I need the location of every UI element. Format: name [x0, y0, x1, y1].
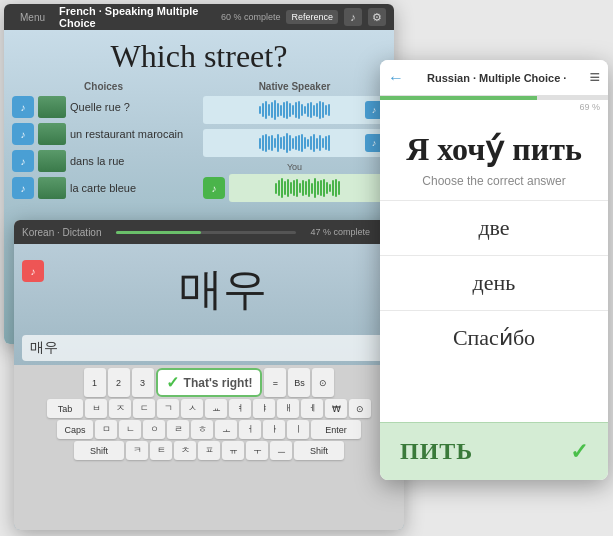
key-shift-right[interactable]: Shift — [294, 441, 344, 460]
key-bo[interactable]: ㅗ — [215, 420, 237, 439]
russian-menu-btn[interactable]: ≡ — [589, 67, 600, 88]
key-be[interactable]: ㅔ — [301, 399, 323, 418]
waveform-bars-1 — [255, 96, 334, 124]
native-header: Native Speaker — [203, 81, 386, 92]
key-circle-2[interactable]: ⊙ — [349, 399, 371, 418]
key-bs[interactable]: Bs — [288, 368, 310, 397]
key-bh[interactable]: ㅎ — [191, 420, 213, 439]
key-circle-1[interactable]: ⊙ — [312, 368, 334, 397]
russian-back-btn[interactable]: ← — [388, 69, 404, 87]
keyboard-row-1: Tab ㅂ ㅈ ㄷ ㄱ ㅅ ㅛ ㅕ ㅑ ㅐ ㅔ ₩ ⊙ — [17, 399, 401, 418]
french-settings-btn[interactable]: ⚙ — [368, 8, 386, 26]
korean-titlebar: Korean · Dictation 47 % complete Ref — [14, 220, 404, 244]
keyboard-row-0: 1 2 3 ✓ That's right! = Bs ⊙ — [17, 368, 401, 397]
choice-4-image — [38, 177, 66, 199]
korean-progress-label: 47 % complete — [310, 227, 370, 237]
key-3[interactable]: 3 — [132, 368, 154, 397]
key-bp[interactable]: ㅂ — [85, 399, 107, 418]
key-bk[interactable]: ㅋ — [126, 441, 148, 460]
french-menu-btn[interactable]: Menu — [12, 4, 53, 30]
key-bya[interactable]: ㅑ — [253, 399, 275, 418]
french-title: French · Speaking Multiple Choice — [59, 5, 215, 29]
you-speaker[interactable]: ♪ — [203, 177, 225, 199]
russian-answer-row: ПИТЬ ✓ — [380, 422, 608, 480]
choice-2-speaker[interactable]: ♪ — [12, 123, 34, 145]
russian-choice-3[interactable]: Спаси́бо — [380, 310, 608, 365]
russian-choice-1[interactable]: две — [380, 200, 608, 255]
french-progress-label: 60 % complete — [221, 12, 281, 22]
key-bph[interactable]: ㅍ — [198, 441, 220, 460]
french-reference-btn[interactable]: Reference — [286, 10, 338, 24]
french-native-col: Native Speaker ♪ ♪ — [203, 81, 386, 204]
key-byu[interactable]: ㅠ — [222, 441, 244, 460]
key-shift-left[interactable]: Shift — [74, 441, 124, 460]
you-label: You — [203, 162, 386, 172]
choice-2-text: un restaurant marocain — [70, 128, 195, 140]
korean-content: ♪ 매우 매우 1 2 3 ✓ That's right! = Bs ⊙ Tab… — [14, 244, 404, 530]
korean-window: Korean · Dictation 47 % complete Ref ♪ 매… — [14, 220, 404, 530]
choice-3-speaker[interactable]: ♪ — [12, 150, 34, 172]
key-bi[interactable]: ㅣ — [287, 420, 309, 439]
key-byeo[interactable]: ㅕ — [229, 399, 251, 418]
french-volume-btn[interactable]: ♪ — [344, 8, 362, 26]
key-tab[interactable]: Tab — [47, 399, 83, 418]
key-caps[interactable]: Caps — [57, 420, 93, 439]
choice-1-text: Quelle rue ? — [70, 101, 195, 113]
you-section: You ♪ — [203, 162, 386, 202]
native-waveform-2: ♪ — [203, 129, 386, 157]
korean-speaker[interactable]: ♪ — [22, 260, 44, 282]
key-bj[interactable]: ㅈ — [109, 399, 131, 418]
french-choices-col: Choices ♪ Quelle rue ? ♪ un restaurant m… — [12, 81, 195, 204]
key-1[interactable]: 1 — [84, 368, 106, 397]
key-bae[interactable]: ㅐ — [277, 399, 299, 418]
thats-right-text-2: That's right! — [184, 376, 253, 390]
choice-3-image — [38, 150, 66, 172]
keyboard-row-2: Caps ㅁ ㄴ ㅇ ㄹ ㅎ ㅗ ㅓ ㅏ ㅣ Enter — [17, 420, 401, 439]
french-titlebar-right: 60 % complete Reference ♪ ⚙ — [221, 8, 386, 26]
key-bn[interactable]: ㄴ — [119, 420, 141, 439]
russian-title: Russian · Multiple Choice · — [408, 72, 585, 84]
russian-main-text: Я хочу́ пить — [380, 114, 608, 174]
choice-1-speaker[interactable]: ♪ — [12, 96, 34, 118]
key-bt[interactable]: ㅌ — [150, 441, 172, 460]
key-bu[interactable]: ㅜ — [246, 441, 268, 460]
korean-word: 매우 — [50, 250, 396, 329]
russian-subtitle: Choose the correct answer — [380, 174, 608, 188]
choice-row-1: ♪ Quelle rue ? — [12, 96, 195, 118]
key-bd[interactable]: ㄷ — [133, 399, 155, 418]
russian-choice-2[interactable]: день — [380, 255, 608, 310]
korean-input[interactable]: 매우 — [22, 335, 396, 361]
key-byo[interactable]: ㅛ — [205, 399, 227, 418]
key-2[interactable]: 2 — [108, 368, 130, 397]
key-bng[interactable]: ㅇ — [143, 420, 165, 439]
russian-check-icon: ✓ — [570, 439, 588, 465]
russian-progress-label: 69 % — [380, 100, 608, 114]
key-bch[interactable]: ㅊ — [174, 441, 196, 460]
korean-progress-fill — [116, 231, 201, 234]
russian-choices: две день Спаси́бо — [380, 200, 608, 422]
key-enter[interactable]: Enter — [311, 420, 361, 439]
choice-2-image — [38, 123, 66, 145]
russian-titlebar: ← Russian · Multiple Choice · ≡ — [380, 60, 608, 96]
choice-3-text: dans la rue — [70, 155, 195, 167]
korean-menu-btn[interactable]: Korean · Dictation — [22, 227, 102, 238]
russian-window: ← Russian · Multiple Choice · ≡ 69 % Я х… — [380, 60, 608, 480]
key-won[interactable]: ₩ — [325, 399, 347, 418]
choice-4-speaker[interactable]: ♪ — [12, 177, 34, 199]
key-bg[interactable]: ㄱ — [157, 399, 179, 418]
check-icon-2: ✓ — [166, 373, 179, 392]
native-row-2: ♪ — [203, 129, 386, 157]
korean-keyboard: 1 2 3 ✓ That's right! = Bs ⊙ Tab ㅂ ㅈ ㄷ ㄱ… — [14, 365, 404, 530]
key-beo[interactable]: ㅓ — [239, 420, 261, 439]
key-equals[interactable]: = — [264, 368, 286, 397]
key-bm[interactable]: ㅁ — [95, 420, 117, 439]
native-waveform-1: ♪ — [203, 96, 386, 124]
you-waveform-bars — [271, 174, 344, 202]
choice-row-2: ♪ un restaurant marocain — [12, 123, 195, 145]
korean-top: ♪ 매우 — [14, 244, 404, 335]
key-beu[interactable]: ㅡ — [270, 441, 292, 460]
key-bs2[interactable]: ㅅ — [181, 399, 203, 418]
french-question: Which street? — [12, 38, 386, 75]
key-ba[interactable]: ㅏ — [263, 420, 285, 439]
key-br[interactable]: ㄹ — [167, 420, 189, 439]
